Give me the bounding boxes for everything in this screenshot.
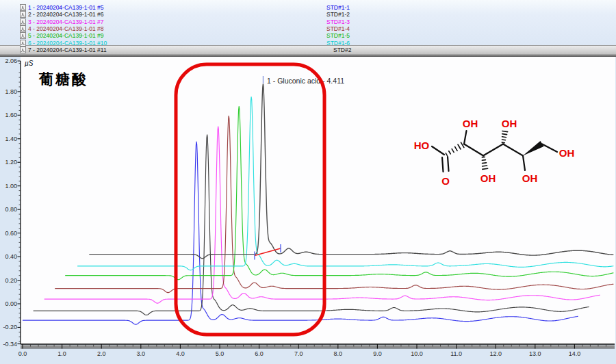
injection-label: 6 - 20240204-CA139-1-01 #10 xyxy=(28,40,107,47)
x-tick-label: 14.0 xyxy=(569,350,581,357)
chromatogram-icon xyxy=(20,47,26,55)
y-axis: 2.061.801.601.401.201.000.800.600.400.20… xyxy=(3,57,21,348)
atom-label-oh-c6: OH xyxy=(559,147,575,159)
x-tick-label: 2.0 xyxy=(97,350,106,357)
y-tick-label: 1.20 xyxy=(5,159,17,166)
y-tick-label: 1.80 xyxy=(5,88,17,95)
legend-row-4[interactable]: 4 - 20240204-CA139-1-01 #8STD#1-4 xyxy=(0,25,616,32)
x-tick-label: 3.0 xyxy=(137,350,146,357)
y-tick-label: -0.34 xyxy=(3,341,17,348)
std-label: STD#1-5 xyxy=(326,32,350,39)
injection-label: 3 - 20240204-CA139-1-01 #7 xyxy=(28,18,104,25)
x-tick-label: 8.0 xyxy=(334,350,343,357)
hash-mark xyxy=(502,131,508,131)
hash-mark xyxy=(482,157,485,157)
x-tick-label: 1.0 xyxy=(57,350,66,357)
hash-mark xyxy=(502,134,507,135)
atom-label-o: O xyxy=(441,175,450,187)
x-tick-label: 12.0 xyxy=(489,350,502,357)
y-tick-label: 1.60 xyxy=(5,112,17,118)
y-tick-label: 0.80 xyxy=(5,206,17,213)
y-tick-label: 1.00 xyxy=(5,183,17,190)
y-tick-label: 0.20 xyxy=(5,277,17,284)
y-tick-label: 0.60 xyxy=(5,230,17,237)
injection-label: 5 - 20240204-CA139-1-01 #9 xyxy=(28,32,104,39)
injection-label: 4 - 20240204-CA139-1-01 #8 xyxy=(28,25,104,32)
std-label: STD#2 xyxy=(333,47,351,53)
atom-label-oh-c5: OH xyxy=(522,172,538,184)
x-tick-label: 7.0 xyxy=(294,350,303,357)
x-tick-label: 0.0 xyxy=(18,350,27,357)
std-label: STD#1-2 xyxy=(326,11,350,18)
peak-label: 1 - Gluconic acid - 4.411 xyxy=(267,77,344,85)
injection-label: 2 - 20240204-CA139-1-01 #6 xyxy=(28,11,104,18)
x-tick-label: 4.0 xyxy=(176,350,185,357)
x-axis-bar xyxy=(21,346,615,348)
y-tick-label: 0.40 xyxy=(5,253,17,260)
y-tick-label: 1.40 xyxy=(5,135,17,142)
y-tick-label: -0.20 xyxy=(3,324,17,330)
injection-label: 7 - 20240204-CA139-1-01 #11 xyxy=(28,47,107,53)
x-tick-label: 6.0 xyxy=(255,350,264,357)
hash-mark xyxy=(483,168,488,169)
hash-mark xyxy=(483,163,487,164)
atom-label-ho: HO xyxy=(414,140,430,151)
hash-mark xyxy=(483,166,487,166)
unit-label: µS xyxy=(25,60,34,67)
legend-row-1[interactable]: 1 - 20240204-CA139-1-01 #5STD#1-1 xyxy=(0,4,616,11)
std-label: STD#1-6 xyxy=(326,40,350,47)
std-label: STD#1-4 xyxy=(326,25,350,32)
x-tick-label: 11.0 xyxy=(450,350,462,357)
plot-background xyxy=(21,57,615,344)
legend-row-2[interactable]: 2 - 20240204-CA139-1-01 #6STD#1-2 xyxy=(0,11,616,18)
atom-label-oh-c4: OH xyxy=(502,118,517,129)
injection-label: 1 - 20240204-CA139-1-01 #5 xyxy=(28,4,104,11)
x-tick-label: 9.0 xyxy=(373,350,382,357)
hash-mark xyxy=(502,142,504,143)
atom-label-oh-c2: OH xyxy=(463,118,478,129)
x-tick-label: 10.0 xyxy=(411,350,423,357)
hash-mark xyxy=(482,160,485,161)
atom-label-oh-c3: OH xyxy=(480,172,496,184)
legend-row-5[interactable]: 5 - 20240204-CA139-1-01 #9STD#1-5 xyxy=(0,32,616,39)
x-tick-label: 13.0 xyxy=(529,350,541,357)
chromatography-software-window: 1 - 20240204-CA139-1-01 #5STD#1-12 - 202… xyxy=(0,0,616,364)
x-axis: 0.01.02.03.04.05.06.07.08.09.010.011.012… xyxy=(18,344,615,357)
x-tick-label: 5.0 xyxy=(216,350,224,357)
y-tick-label: 2.06 xyxy=(5,57,17,64)
legend-separator xyxy=(0,54,616,57)
y-tick-label: 0.00 xyxy=(5,300,17,307)
std-label: STD#1-3 xyxy=(326,18,350,25)
legend-row-6[interactable]: 6 - 20240204-CA139-1-01 #10STD#1-6 xyxy=(0,40,616,47)
legend-row-7[interactable]: 7 - 20240204-CA139-1-01 #11STD#2 xyxy=(0,47,616,53)
sample-title-cn: 葡糖酸 xyxy=(38,71,88,87)
hash-mark xyxy=(502,140,505,140)
std-label: STD#1-1 xyxy=(326,4,350,11)
hash-mark xyxy=(502,137,506,138)
chromatogram-legend: 1 - 20240204-CA139-1-01 #5STD#1-12 - 202… xyxy=(0,0,616,57)
legend-row-3[interactable]: 3 - 20240204-CA139-1-01 #7STD#1-3 xyxy=(0,18,616,25)
